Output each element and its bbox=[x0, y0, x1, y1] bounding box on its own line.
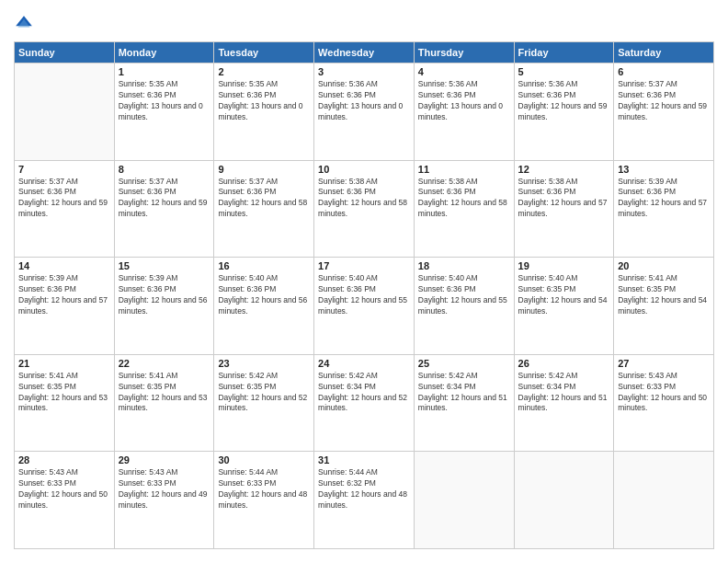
calendar-week-4: 21Sunrise: 5:41 AMSunset: 6:35 PMDayligh… bbox=[15, 354, 714, 452]
sunrise-text: Sunrise: 5:36 AM bbox=[418, 79, 510, 90]
calendar-cell: 29Sunrise: 5:43 AMSunset: 6:33 PMDayligh… bbox=[114, 452, 214, 549]
sunrise-text: Sunrise: 5:37 AM bbox=[18, 177, 110, 188]
sunset-text: Sunset: 6:36 PM bbox=[518, 90, 610, 101]
cell-info: Sunrise: 5:38 AMSunset: 6:36 PMDaylight:… bbox=[418, 177, 510, 221]
cell-info: Sunrise: 5:38 AMSunset: 6:36 PMDaylight:… bbox=[318, 177, 410, 221]
sunset-text: Sunset: 6:33 PM bbox=[119, 478, 210, 489]
sunset-text: Sunset: 6:36 PM bbox=[119, 187, 210, 198]
calendar-header-tuesday: Tuesday bbox=[214, 42, 314, 63]
day-number: 27 bbox=[618, 358, 710, 369]
day-number: 31 bbox=[318, 454, 410, 465]
daylight-text: Daylight: 12 hours and 54 minutes. bbox=[518, 295, 610, 317]
calendar-week-1: 1Sunrise: 5:35 AMSunset: 6:36 PMDaylight… bbox=[15, 63, 714, 161]
cell-info: Sunrise: 5:43 AMSunset: 6:33 PMDaylight:… bbox=[119, 467, 210, 511]
daylight-text: Daylight: 12 hours and 54 minutes. bbox=[618, 295, 710, 317]
sunrise-text: Sunrise: 5:44 AM bbox=[318, 467, 410, 478]
calendar-cell: 11Sunrise: 5:38 AMSunset: 6:36 PMDayligh… bbox=[414, 160, 514, 258]
daylight-text: Daylight: 12 hours and 51 minutes. bbox=[518, 393, 610, 415]
daylight-text: Daylight: 12 hours and 52 minutes. bbox=[318, 393, 410, 415]
calendar-week-5: 28Sunrise: 5:43 AMSunset: 6:33 PMDayligh… bbox=[15, 452, 714, 549]
calendar-cell: 25Sunrise: 5:42 AMSunset: 6:34 PMDayligh… bbox=[414, 354, 514, 452]
sunset-text: Sunset: 6:35 PM bbox=[618, 284, 710, 295]
day-number: 21 bbox=[18, 358, 110, 369]
day-number: 28 bbox=[18, 454, 110, 465]
calendar-cell: 14Sunrise: 5:39 AMSunset: 6:36 PMDayligh… bbox=[15, 258, 115, 355]
calendar-cell: 26Sunrise: 5:42 AMSunset: 6:34 PMDayligh… bbox=[514, 354, 614, 452]
sunrise-text: Sunrise: 5:43 AM bbox=[18, 467, 110, 478]
cell-info: Sunrise: 5:41 AMSunset: 6:35 PMDaylight:… bbox=[119, 371, 210, 415]
daylight-text: Daylight: 12 hours and 58 minutes. bbox=[318, 198, 410, 220]
sunset-text: Sunset: 6:36 PM bbox=[418, 90, 510, 101]
sunset-text: Sunset: 6:36 PM bbox=[418, 187, 510, 198]
calendar-header-friday: Friday bbox=[514, 42, 614, 63]
sunrise-text: Sunrise: 5:35 AM bbox=[218, 79, 310, 90]
cell-info: Sunrise: 5:36 AMSunset: 6:36 PMDaylight:… bbox=[418, 79, 510, 123]
cell-info: Sunrise: 5:43 AMSunset: 6:33 PMDaylight:… bbox=[18, 467, 110, 511]
calendar-cell bbox=[514, 452, 614, 549]
calendar-cell: 1Sunrise: 5:35 AMSunset: 6:36 PMDaylight… bbox=[114, 63, 214, 161]
calendar-cell: 19Sunrise: 5:40 AMSunset: 6:35 PMDayligh… bbox=[514, 258, 614, 355]
day-number: 18 bbox=[418, 260, 510, 271]
daylight-text: Daylight: 13 hours and 0 minutes. bbox=[119, 101, 210, 123]
cell-info: Sunrise: 5:43 AMSunset: 6:33 PMDaylight:… bbox=[618, 371, 710, 415]
cell-info: Sunrise: 5:35 AMSunset: 6:36 PMDaylight:… bbox=[119, 79, 210, 123]
calendar-cell: 2Sunrise: 5:35 AMSunset: 6:36 PMDaylight… bbox=[214, 63, 314, 161]
sunset-text: Sunset: 6:36 PM bbox=[218, 187, 310, 198]
daylight-text: Daylight: 12 hours and 59 minutes. bbox=[518, 101, 610, 123]
day-number: 7 bbox=[18, 164, 110, 175]
calendar-header-sunday: Sunday bbox=[15, 42, 115, 63]
sunset-text: Sunset: 6:36 PM bbox=[119, 284, 210, 295]
calendar-cell: 9Sunrise: 5:37 AMSunset: 6:36 PMDaylight… bbox=[214, 160, 314, 258]
sunrise-text: Sunrise: 5:36 AM bbox=[318, 79, 410, 90]
cell-info: Sunrise: 5:39 AMSunset: 6:36 PMDaylight:… bbox=[119, 273, 210, 317]
calendar-cell: 16Sunrise: 5:40 AMSunset: 6:36 PMDayligh… bbox=[214, 258, 314, 355]
calendar-cell: 12Sunrise: 5:38 AMSunset: 6:36 PMDayligh… bbox=[514, 160, 614, 258]
daylight-text: Daylight: 13 hours and 0 minutes. bbox=[318, 101, 410, 123]
daylight-text: Daylight: 12 hours and 55 minutes. bbox=[418, 295, 510, 317]
daylight-text: Daylight: 12 hours and 59 minutes. bbox=[119, 198, 210, 220]
day-number: 10 bbox=[318, 164, 410, 175]
calendar-cell: 20Sunrise: 5:41 AMSunset: 6:35 PMDayligh… bbox=[614, 258, 714, 355]
sunrise-text: Sunrise: 5:38 AM bbox=[418, 177, 510, 188]
sunrise-text: Sunrise: 5:37 AM bbox=[218, 177, 310, 188]
calendar-cell: 18Sunrise: 5:40 AMSunset: 6:36 PMDayligh… bbox=[414, 258, 514, 355]
sunset-text: Sunset: 6:36 PM bbox=[618, 187, 710, 198]
calendar-cell: 8Sunrise: 5:37 AMSunset: 6:36 PMDaylight… bbox=[114, 160, 214, 258]
day-number: 3 bbox=[318, 66, 410, 77]
daylight-text: Daylight: 12 hours and 57 minutes. bbox=[518, 198, 610, 220]
sunrise-text: Sunrise: 5:40 AM bbox=[318, 273, 410, 284]
calendar-cell: 6Sunrise: 5:37 AMSunset: 6:36 PMDaylight… bbox=[614, 63, 714, 161]
sunset-text: Sunset: 6:36 PM bbox=[318, 90, 410, 101]
cell-info: Sunrise: 5:41 AMSunset: 6:35 PMDaylight:… bbox=[618, 273, 710, 317]
cell-info: Sunrise: 5:38 AMSunset: 6:36 PMDaylight:… bbox=[518, 177, 610, 221]
calendar-cell: 5Sunrise: 5:36 AMSunset: 6:36 PMDaylight… bbox=[514, 63, 614, 161]
daylight-text: Daylight: 12 hours and 55 minutes. bbox=[318, 295, 410, 317]
day-number: 15 bbox=[119, 260, 210, 271]
cell-info: Sunrise: 5:40 AMSunset: 6:35 PMDaylight:… bbox=[518, 273, 610, 317]
daylight-text: Daylight: 12 hours and 57 minutes. bbox=[618, 198, 710, 220]
sunset-text: Sunset: 6:36 PM bbox=[18, 187, 110, 198]
calendar-cell: 3Sunrise: 5:36 AMSunset: 6:36 PMDaylight… bbox=[314, 63, 415, 161]
calendar-cell: 28Sunrise: 5:43 AMSunset: 6:33 PMDayligh… bbox=[15, 452, 115, 549]
sunrise-text: Sunrise: 5:43 AM bbox=[119, 467, 210, 478]
calendar-cell: 27Sunrise: 5:43 AMSunset: 6:33 PMDayligh… bbox=[614, 354, 714, 452]
calendar-header-wednesday: Wednesday bbox=[314, 42, 415, 63]
calendar-cell: 7Sunrise: 5:37 AMSunset: 6:36 PMDaylight… bbox=[15, 160, 115, 258]
day-number: 13 bbox=[618, 164, 710, 175]
day-number: 30 bbox=[218, 454, 310, 465]
sunrise-text: Sunrise: 5:37 AM bbox=[618, 79, 710, 90]
day-number: 22 bbox=[119, 358, 210, 369]
day-number: 11 bbox=[418, 164, 510, 175]
sunset-text: Sunset: 6:34 PM bbox=[318, 382, 410, 393]
day-number: 24 bbox=[318, 358, 410, 369]
cell-info: Sunrise: 5:37 AMSunset: 6:36 PMDaylight:… bbox=[18, 177, 110, 221]
day-number: 26 bbox=[518, 358, 610, 369]
sunset-text: Sunset: 6:35 PM bbox=[218, 382, 310, 393]
cell-info: Sunrise: 5:37 AMSunset: 6:36 PMDaylight:… bbox=[119, 177, 210, 221]
sunrise-text: Sunrise: 5:42 AM bbox=[318, 371, 410, 382]
cell-info: Sunrise: 5:44 AMSunset: 6:32 PMDaylight:… bbox=[318, 467, 410, 511]
daylight-text: Daylight: 12 hours and 48 minutes. bbox=[318, 489, 410, 511]
calendar-header-monday: Monday bbox=[114, 42, 214, 63]
sunrise-text: Sunrise: 5:40 AM bbox=[418, 273, 510, 284]
day-number: 12 bbox=[518, 164, 610, 175]
